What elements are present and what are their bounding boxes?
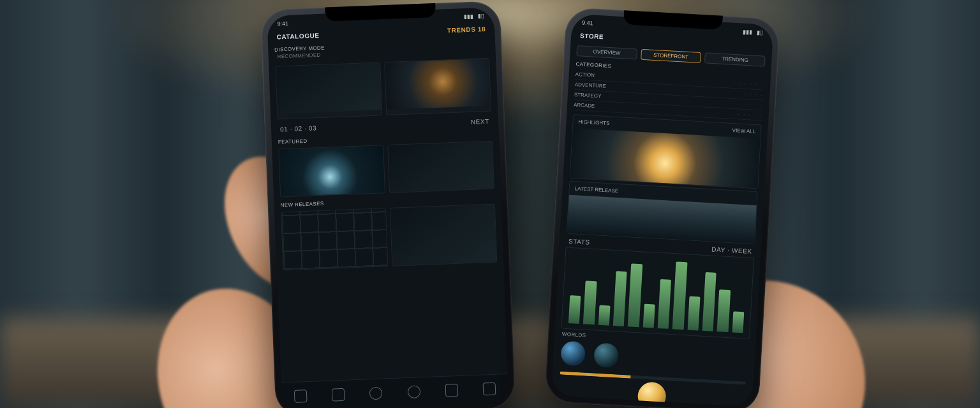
list-item-label: ADVENTURE <box>575 82 607 89</box>
panel-action[interactable]: VIEW ALL <box>732 127 755 135</box>
panel-image <box>570 128 761 188</box>
card[interactable] <box>390 204 497 266</box>
chart-bar <box>583 280 597 324</box>
tab-trending[interactable]: TRENDING <box>704 52 765 66</box>
tab-overview[interactable]: OVERVIEW <box>576 45 637 59</box>
status-time: 9:41 <box>582 20 593 27</box>
thumbnail <box>388 142 494 193</box>
chart-bar <box>672 262 687 330</box>
panel-title: HIGHLIGHTS <box>578 119 609 126</box>
header-left: CATALOGUE <box>276 32 320 41</box>
chart-bar <box>613 271 627 326</box>
status-right: ▮▮▮ ▮▯ <box>740 28 763 36</box>
thumbnail <box>385 59 491 110</box>
status-right: ▮▮▮ ▮▯ <box>461 13 484 20</box>
battery-icon: ▮▯ <box>757 29 764 36</box>
stats-bar-chart <box>561 247 754 339</box>
chart-bar <box>598 305 610 326</box>
list-item-label: STRATEGY <box>574 92 602 99</box>
list-item-label: ACTION <box>575 71 595 78</box>
chart-bar <box>702 272 716 332</box>
achievement-orb-icon[interactable] <box>637 381 667 407</box>
dots-icon: · · · · · <box>739 80 764 87</box>
tab-storefront[interactable]: STOREFRONT <box>641 49 701 63</box>
tab-more-icon[interactable] <box>483 382 496 396</box>
tab-grid-icon[interactable] <box>332 388 345 402</box>
grid-row-2 <box>272 138 501 200</box>
tab-globe-icon[interactable] <box>369 387 383 400</box>
chart-bar <box>568 295 581 324</box>
tab-profile-icon[interactable] <box>445 384 459 397</box>
left-screen: 9:41 ▮▮▮ ▮▯ CATALOGUE TRENDS 18 DISCOVER… <box>267 7 509 408</box>
tab-search-icon[interactable] <box>407 385 420 398</box>
panel-title: LATEST RELEASE <box>574 186 618 194</box>
pager: 01 · 02 · 03 <box>280 124 317 133</box>
dots-icon: · · · · · <box>738 111 762 118</box>
chart-title: STATS <box>568 238 590 246</box>
dots-icon: · · · · · <box>739 91 763 98</box>
panel-action <box>752 196 752 201</box>
highlight-panel[interactable]: HIGHLIGHTS VIEW ALL <box>570 114 762 189</box>
card[interactable] <box>384 58 491 115</box>
tab-home-icon[interactable] <box>293 390 307 403</box>
chart-bar <box>717 289 731 332</box>
tab-bar <box>281 374 509 408</box>
thumbnail <box>390 205 496 266</box>
chart-bar <box>642 303 655 328</box>
grid-row-3 <box>274 201 504 273</box>
world-orb-icon[interactable] <box>593 342 619 368</box>
card[interactable] <box>275 62 382 119</box>
right-screen: 9:41 ▮▮▮ ▮▯ STORE OVERVIEW STOREFRONT TR… <box>551 14 773 407</box>
card[interactable] <box>278 145 385 197</box>
chart-range[interactable]: DAY · WEEK <box>711 245 752 255</box>
left-phone: 9:41 ▮▮▮ ▮▯ CATALOGUE TRENDS 18 DISCOVER… <box>260 1 516 408</box>
header-left: STORE <box>580 32 604 40</box>
list-item-label: ARCADE <box>574 102 595 109</box>
card[interactable] <box>281 208 388 270</box>
dots-icon: · · · · · <box>738 101 762 108</box>
chart-bar <box>628 263 642 327</box>
status-time: 9:41 <box>278 20 289 27</box>
progress-fill <box>560 371 630 378</box>
next-link[interactable]: NEXT <box>471 118 489 126</box>
chart-bar <box>687 296 700 331</box>
signal-icon: ▮▮▮ <box>464 13 473 20</box>
grid-row-1 <box>269 55 498 122</box>
battery-icon: ▮▯ <box>477 13 484 19</box>
thumbnail <box>279 145 385 196</box>
thumbnail <box>281 208 387 270</box>
thumbnail <box>276 62 382 113</box>
chart-bar <box>658 279 672 329</box>
world-orb-icon[interactable] <box>560 341 586 367</box>
release-panel[interactable]: LATEST RELEASE <box>567 181 758 244</box>
chart-bar <box>732 311 744 333</box>
card[interactable] <box>387 141 494 193</box>
header-right: TRENDS 18 <box>447 26 486 34</box>
right-phone: 9:41 ▮▮▮ ▮▯ STORE OVERVIEW STOREFRONT TR… <box>544 7 780 408</box>
signal-icon: ▮▮▮ <box>743 29 753 36</box>
